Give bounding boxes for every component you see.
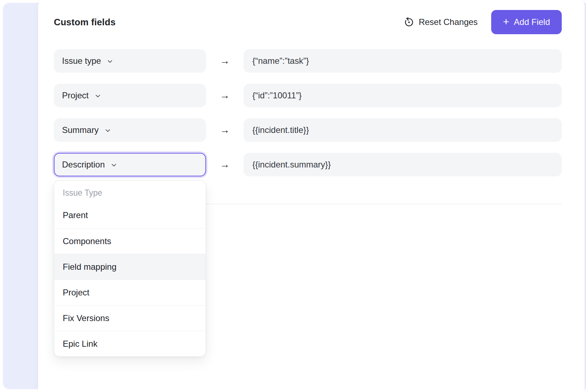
reset-history-icon bbox=[404, 17, 414, 27]
field-mapping-row: Summary → {{incident.title}} bbox=[54, 118, 562, 142]
field-select-project[interactable]: Project bbox=[54, 84, 206, 107]
field-select-summary[interactable]: Summary bbox=[54, 118, 206, 142]
page-title: Custom fields bbox=[54, 17, 115, 28]
chevron-down-icon bbox=[110, 161, 118, 169]
field-value-input[interactable]: {{incident.title}} bbox=[243, 118, 562, 142]
dropdown-item-field-mapping[interactable]: Field mapping bbox=[54, 254, 206, 279]
add-field-button[interactable]: + Add Field bbox=[491, 10, 562, 34]
field-select-label: Issue type bbox=[62, 56, 101, 66]
chevron-down-icon bbox=[104, 126, 112, 134]
field-select-description[interactable]: Description bbox=[54, 153, 206, 176]
arrow-right-icon: → bbox=[206, 55, 243, 67]
dropdown-item-epic-link[interactable]: Epic Link bbox=[54, 331, 206, 356]
reset-changes-label: Reset Changes bbox=[419, 17, 478, 27]
field-value-input[interactable]: {“id”:”10011”} bbox=[243, 84, 562, 107]
dropdown-item-parent[interactable]: Parent bbox=[54, 202, 206, 228]
dropdown-item-project[interactable]: Project bbox=[54, 279, 206, 305]
dropdown-group-label: Issue Type bbox=[54, 181, 206, 202]
field-value-input[interactable]: {“name”:”task”} bbox=[243, 49, 562, 73]
dropdown-item-fix-versions[interactable]: Fix Versions bbox=[54, 305, 206, 331]
plus-icon: + bbox=[503, 16, 509, 27]
arrow-right-icon: → bbox=[206, 90, 243, 101]
chevron-down-icon bbox=[106, 57, 114, 65]
field-dropdown-menu: Issue Type Parent Components Field mappi… bbox=[54, 180, 206, 357]
field-select-issue-type[interactable]: Issue type bbox=[54, 49, 206, 73]
card-header: Custom fields Reset Changes + Add Field bbox=[54, 10, 562, 34]
arrow-right-icon: → bbox=[206, 124, 243, 136]
header-actions: Reset Changes + Add Field bbox=[404, 10, 562, 34]
add-field-label: Add Field bbox=[514, 17, 550, 27]
custom-fields-card: Custom fields Reset Changes + Add Field bbox=[38, 0, 585, 392]
field-select-label: Project bbox=[62, 91, 89, 100]
field-select-label: Summary bbox=[62, 125, 99, 135]
field-select-label: Description bbox=[62, 160, 105, 170]
field-mapping-row: Issue type → {“name”:”task”} bbox=[54, 49, 562, 73]
dropdown-item-components[interactable]: Components bbox=[54, 228, 206, 254]
field-mapping-row: Description → {{incident.summary}} bbox=[54, 153, 562, 176]
field-mapping-list: Issue type → {“name”:”task”} Project → {… bbox=[54, 49, 562, 176]
chevron-down-icon bbox=[94, 92, 102, 100]
arrow-right-icon: → bbox=[206, 159, 243, 170]
field-mapping-row: Project → {“id”:”10011”} bbox=[54, 84, 562, 107]
reset-changes-button[interactable]: Reset Changes bbox=[404, 17, 478, 27]
field-value-input[interactable]: {{incident.summary}} bbox=[243, 153, 562, 176]
